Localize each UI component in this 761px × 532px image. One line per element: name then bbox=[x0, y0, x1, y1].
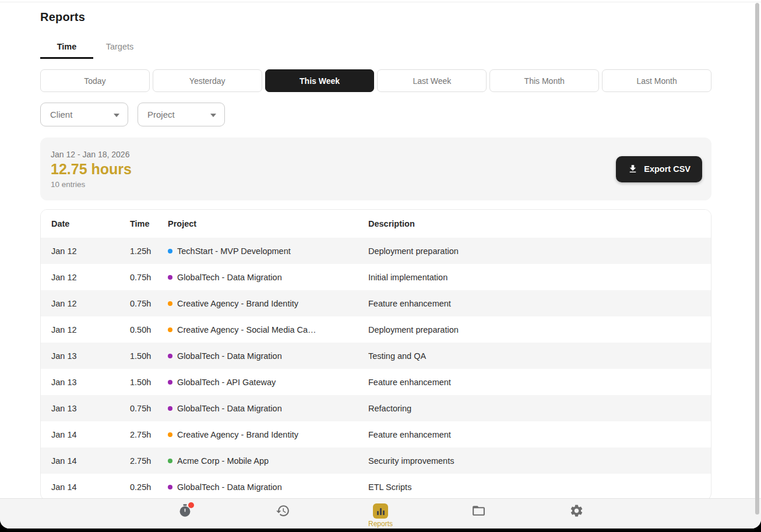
history-icon bbox=[276, 503, 290, 518]
cell-project: Creative Agency - Brand Identity bbox=[168, 299, 368, 308]
range-today-button[interactable]: Today bbox=[40, 69, 150, 92]
cell-date: Jan 12 bbox=[51, 273, 130, 282]
range-this-week-button[interactable]: This Week bbox=[265, 69, 375, 92]
notification-badge bbox=[188, 502, 194, 508]
cell-description: Initial implementation bbox=[368, 273, 700, 282]
summary-card: Jan 12 - Jan 18, 2026 12.75 hours 10 ent… bbox=[40, 138, 711, 200]
project-name: Acme Corp - Mobile App bbox=[177, 456, 269, 466]
cell-description: Refactoring bbox=[368, 404, 700, 413]
range-yesterday-button[interactable]: Yesterday bbox=[153, 69, 262, 92]
cell-time: 0.25h bbox=[130, 482, 168, 492]
reports-icon bbox=[373, 503, 388, 519]
entries-table: Date Time Project Description Jan 12 1.2… bbox=[40, 209, 711, 501]
cell-date: Jan 12 bbox=[51, 299, 130, 308]
table-row[interactable]: Jan 12 1.25h TechStart - MVP Development… bbox=[41, 238, 711, 264]
cell-date: Jan 12 bbox=[51, 246, 130, 256]
cell-date: Jan 13 bbox=[51, 378, 130, 387]
project-filter-label: Project bbox=[147, 110, 175, 119]
cell-date: Jan 12 bbox=[51, 325, 130, 334]
project-filter-dropdown[interactable]: Project bbox=[138, 103, 225, 126]
range-last-week-button[interactable]: Last Week bbox=[377, 69, 487, 92]
app-window: Reports Time Targets Today Yesterday Thi… bbox=[0, 0, 761, 529]
project-name: GlobalTech - Data Migration bbox=[177, 273, 282, 282]
project-color-dot bbox=[168, 406, 172, 411]
nav-item-history[interactable] bbox=[234, 499, 332, 529]
cell-description: Feature enhancement bbox=[368, 378, 700, 387]
cell-time: 0.75h bbox=[130, 299, 168, 308]
nav-item-reports[interactable]: Reports bbox=[332, 499, 429, 529]
cell-description: Feature enhancement bbox=[368, 299, 700, 308]
cell-time: 2.75h bbox=[130, 456, 168, 466]
cell-date: Jan 13 bbox=[51, 404, 130, 413]
cell-description: ETL Scripts bbox=[368, 482, 700, 492]
project-color-dot bbox=[168, 301, 172, 306]
page-title: Reports bbox=[40, 10, 711, 24]
table-row[interactable]: Jan 12 0.75h GlobalTech - Data Migration… bbox=[41, 264, 711, 290]
folder-icon bbox=[471, 503, 486, 518]
cell-project: GlobalTech - Data Migration bbox=[168, 273, 368, 282]
cell-date: Jan 14 bbox=[51, 456, 130, 466]
cell-project: Acme Corp - Mobile App bbox=[168, 456, 368, 466]
chevron-down-icon bbox=[210, 114, 216, 117]
nav-item-settings[interactable] bbox=[527, 499, 625, 529]
project-name: Creative Agency - Social Media Ca… bbox=[177, 325, 316, 334]
client-filter-dropdown[interactable]: Client bbox=[40, 103, 128, 126]
range-last-month-button[interactable]: Last Month bbox=[602, 69, 711, 92]
filter-row: Client Project bbox=[40, 103, 711, 126]
table-row[interactable]: Jan 13 1.50h GlobalTech - Data Migration… bbox=[41, 343, 711, 369]
bottom-nav-bar: Reports bbox=[0, 498, 761, 529]
settings-gear-icon bbox=[569, 503, 584, 518]
cell-description: Testing and QA bbox=[368, 351, 700, 361]
table-row[interactable]: Jan 14 2.75h Acme Corp - Mobile App Secu… bbox=[41, 448, 711, 474]
project-color-dot bbox=[168, 354, 172, 358]
project-color-dot bbox=[168, 327, 172, 332]
project-color-dot bbox=[168, 459, 172, 463]
cell-time: 2.75h bbox=[130, 430, 168, 439]
project-color-dot bbox=[168, 432, 172, 437]
cell-project: GlobalTech - Data Migration bbox=[168, 404, 368, 413]
project-name: GlobalTech - API Gateway bbox=[177, 378, 276, 387]
nav-item-projects[interactable] bbox=[429, 499, 527, 529]
cell-description: Deployment preparation bbox=[368, 325, 700, 334]
cell-time: 0.75h bbox=[130, 273, 168, 282]
tab-targets[interactable]: Targets bbox=[93, 34, 146, 59]
cell-description: Feature enhancement bbox=[368, 430, 700, 439]
export-csv-button[interactable]: Export CSV bbox=[616, 156, 702, 182]
cell-time: 1.50h bbox=[130, 351, 168, 361]
table-row[interactable]: Jan 12 0.50h Creative Agency - Social Me… bbox=[41, 316, 711, 343]
cell-project: Creative Agency - Brand Identity bbox=[168, 430, 368, 439]
bottom-nav-items: Reports bbox=[136, 499, 625, 529]
summary-total-hours: 12.75 hours bbox=[51, 161, 132, 178]
table-row[interactable]: Jan 14 2.75h Creative Agency - Brand Ide… bbox=[41, 421, 711, 448]
cell-time: 0.50h bbox=[130, 325, 168, 334]
cell-project: GlobalTech - Data Migration bbox=[168, 482, 368, 492]
table-row[interactable]: Jan 14 0.25h GlobalTech - Data Migration… bbox=[41, 474, 711, 500]
client-filter-label: Client bbox=[50, 110, 72, 119]
summary-texts: Jan 12 - Jan 18, 2026 12.75 hours 10 ent… bbox=[51, 150, 132, 189]
table-row[interactable]: Jan 12 0.75h Creative Agency - Brand Ide… bbox=[41, 290, 711, 316]
project-color-dot bbox=[168, 485, 172, 489]
project-name: GlobalTech - Data Migration bbox=[177, 404, 282, 413]
project-color-dot bbox=[168, 275, 172, 280]
cell-project: TechStart - MVP Development bbox=[168, 246, 368, 256]
project-name: GlobalTech - Data Migration bbox=[177, 482, 282, 492]
chevron-down-icon bbox=[114, 114, 119, 117]
column-header-description: Description bbox=[368, 219, 700, 228]
column-header-date: Date bbox=[51, 219, 130, 228]
vertical-scrollbar[interactable] bbox=[755, 3, 759, 515]
table-row[interactable]: Jan 13 1.50h GlobalTech - API Gateway Fe… bbox=[41, 369, 711, 395]
tab-time[interactable]: Time bbox=[40, 34, 93, 59]
table-body: Jan 12 1.25h TechStart - MVP Development… bbox=[41, 238, 711, 500]
date-range-buttons: Today Yesterday This Week Last Week This… bbox=[40, 69, 711, 92]
tab-bar: Time Targets bbox=[40, 34, 711, 59]
summary-entry-count: 10 entries bbox=[51, 180, 132, 189]
cell-project: GlobalTech - API Gateway bbox=[168, 378, 368, 387]
cell-time: 0.75h bbox=[130, 404, 168, 413]
table-row[interactable]: Jan 13 0.75h GlobalTech - Data Migration… bbox=[41, 395, 711, 421]
nav-item-timer[interactable] bbox=[136, 499, 234, 529]
column-header-project: Project bbox=[168, 219, 368, 228]
range-this-month-button[interactable]: This Month bbox=[489, 69, 599, 92]
cell-project: Creative Agency - Social Media Ca… bbox=[168, 325, 368, 334]
cell-project: GlobalTech - Data Migration bbox=[168, 351, 368, 361]
download-icon bbox=[628, 164, 638, 174]
